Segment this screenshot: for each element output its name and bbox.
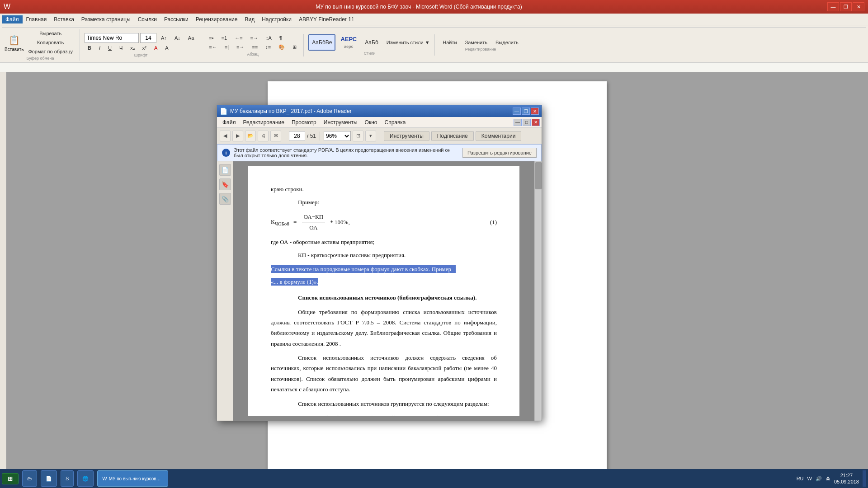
- indent-increase-button[interactable]: ≡→: [247, 34, 261, 42]
- paste-button[interactable]: 📋: [6, 33, 22, 47]
- taskbar-word[interactable]: W МУ по вып-нию курсовой по БФУ заоч - M…: [97, 470, 168, 487]
- menu-insert[interactable]: Вставка: [50, 15, 78, 23]
- strikethrough-button[interactable]: Ч: [116, 44, 126, 52]
- pdf-win-max[interactable]: □: [523, 119, 531, 126]
- select-button[interactable]: Выделить: [492, 38, 522, 47]
- taskbar-reader[interactable]: 📄: [41, 470, 57, 487]
- copy-button[interactable]: Копировать: [25, 38, 76, 47]
- align-buttons: ≡← ≡| ≡→ ≡≡ ↕≡ 🎨 ⊞: [206, 43, 300, 52]
- pdf-zoom-fit[interactable]: ⊡: [353, 131, 363, 141]
- pdf-content-area: краю строки. Пример: КЧОБоб = ОА−КП ОА: [233, 161, 534, 421]
- find-button[interactable]: Найти: [439, 38, 460, 47]
- font-options-button[interactable]: Аа: [185, 34, 198, 42]
- font-format-buttons: B I U Ч x₂ x² A A: [85, 44, 172, 52]
- menu-addins[interactable]: Надстройки: [258, 15, 295, 23]
- pdf-menu-help[interactable]: Справка: [381, 118, 409, 127]
- pdf-example-label: Пример:: [271, 197, 497, 207]
- italic-button[interactable]: I: [96, 44, 104, 52]
- pdf-scroll-thumb[interactable]: [535, 162, 542, 189]
- restore-button[interactable]: ❐: [840, 2, 852, 11]
- taskbar-explorer[interactable]: 🗁: [22, 470, 37, 487]
- menu-mailings[interactable]: Рассылки: [160, 15, 192, 23]
- taskbar-skype[interactable]: S: [61, 470, 74, 487]
- pdf-comments-section[interactable]: Комментарии: [476, 131, 522, 141]
- pdf-scrollbar[interactable]: [534, 161, 542, 421]
- increase-font-button[interactable]: A↑: [158, 34, 170, 42]
- menu-abbyy[interactable]: ABBYY FineReader 11: [295, 15, 358, 23]
- minimize-button[interactable]: —: [827, 2, 839, 11]
- pdf-menu-file[interactable]: Файл: [219, 118, 240, 127]
- font-size-input[interactable]: [140, 33, 156, 43]
- pdf-sidebar-bookmark-icon[interactable]: 🔖: [219, 178, 231, 190]
- editing-buttons: Найти Заменить Выделить: [439, 38, 522, 47]
- align-justify-button[interactable]: ≡≡: [249, 43, 261, 51]
- sort-button[interactable]: ↕A: [263, 34, 275, 42]
- highlight-button[interactable]: A: [162, 44, 171, 52]
- pdf-menu-tools[interactable]: Инструменты: [320, 118, 361, 127]
- decrease-font-button[interactable]: A↓: [171, 34, 184, 42]
- pdf-menu-view[interactable]: Просмотр: [288, 118, 320, 127]
- format-painter-button[interactable]: Формат по образцу: [25, 47, 76, 56]
- pdf-sign-section[interactable]: Подписание: [431, 131, 474, 141]
- pdf-page-input[interactable]: [289, 131, 305, 141]
- align-center-button[interactable]: ≡|: [222, 43, 232, 51]
- menu-references[interactable]: Ссылки: [134, 15, 160, 23]
- line-spacing-button[interactable]: ↕≡: [262, 43, 274, 51]
- formula-equals: =: [292, 217, 298, 227]
- pdf-win-min[interactable]: —: [514, 119, 522, 126]
- ribbon: 📋 Вставить Вырезать Копировать Формат по…: [0, 25, 868, 63]
- numbering-button[interactable]: ≡1: [218, 34, 231, 42]
- menu-review[interactable]: Рецензирование: [192, 15, 241, 23]
- pdf-win-close[interactable]: ✕: [532, 119, 540, 126]
- align-right-button[interactable]: ≡→: [233, 43, 247, 51]
- style-normal[interactable]: АаБбВе: [308, 34, 335, 51]
- pdf-restore-button[interactable]: ❐: [522, 108, 530, 115]
- pdf-sidebar-pages-icon[interactable]: 📄: [219, 164, 231, 176]
- pdf-print-button[interactable]: 🖨: [258, 131, 269, 141]
- show-desktop-button[interactable]: [863, 470, 866, 487]
- pdf-tools-section[interactable]: Инструменты: [384, 131, 429, 141]
- title-bar-left: W: [4, 3, 10, 11]
- indent-decrease-button[interactable]: ←≡: [231, 34, 245, 42]
- border-button[interactable]: ⊞: [289, 43, 300, 52]
- menu-view[interactable]: Вид: [241, 15, 258, 23]
- menu-home[interactable]: Главная: [23, 15, 51, 23]
- replace-button[interactable]: Заменить: [462, 38, 491, 47]
- style-heading1[interactable]: АЕРСаерс: [337, 34, 360, 51]
- start-button[interactable]: ⊞: [2, 473, 19, 484]
- show-marks-button[interactable]: ¶: [276, 34, 285, 42]
- pdf-para2: Список использованных источников должен …: [271, 352, 497, 395]
- pdf-open-button[interactable]: 📂: [245, 131, 256, 141]
- align-left-button[interactable]: ≡←: [206, 43, 220, 51]
- menu-page-layout[interactable]: Разметка страницы: [78, 15, 134, 23]
- pdf-minimize-button[interactable]: —: [513, 108, 521, 115]
- pdf-menu-edit[interactable]: Редактирование: [240, 118, 288, 127]
- text-color-button[interactable]: A: [151, 44, 160, 52]
- pdf-menu-window[interactable]: Окно: [361, 118, 381, 127]
- underline-button[interactable]: U: [105, 44, 115, 52]
- style-heading2[interactable]: АаБб: [362, 34, 382, 51]
- subscript-button[interactable]: x₂: [127, 44, 138, 52]
- pdf-forward-button[interactable]: ▶: [232, 131, 243, 141]
- pdf-sidebar-attach-icon[interactable]: 📎: [219, 193, 231, 205]
- pdf-where-line: где ОА - оборотные активы предприятия;: [271, 237, 497, 247]
- bullets-button[interactable]: ≡•: [206, 34, 217, 42]
- bold-button[interactable]: B: [85, 44, 94, 52]
- menu-file[interactable]: Файл: [2, 15, 23, 23]
- clipboard-label: Буфер обмена: [5, 56, 76, 61]
- font-name-input[interactable]: [85, 33, 139, 43]
- close-button[interactable]: ✕: [853, 2, 864, 11]
- taskbar-firefox[interactable]: 🌐: [77, 470, 94, 487]
- pdf-window-controls: — □ ✕: [514, 119, 540, 126]
- pdf-back-button[interactable]: ◀: [220, 131, 231, 141]
- pdf-para3: Список использованных источников группир…: [271, 399, 497, 409]
- pdf-email-button[interactable]: ✉: [270, 131, 281, 141]
- change-styles[interactable]: Изменить стили ▼: [383, 34, 433, 51]
- shading-button[interactable]: 🎨: [275, 43, 288, 52]
- pdf-allow-edit-button[interactable]: Разрешить редактирование: [462, 148, 537, 158]
- pdf-close-button[interactable]: ✕: [531, 108, 539, 115]
- pdf-zoom-select[interactable]: 96% 100% 125%: [324, 131, 351, 141]
- superscript-button[interactable]: x²: [139, 44, 150, 52]
- cut-button[interactable]: Вырезать: [25, 29, 76, 38]
- pdf-zoom-more[interactable]: ▾: [365, 131, 376, 141]
